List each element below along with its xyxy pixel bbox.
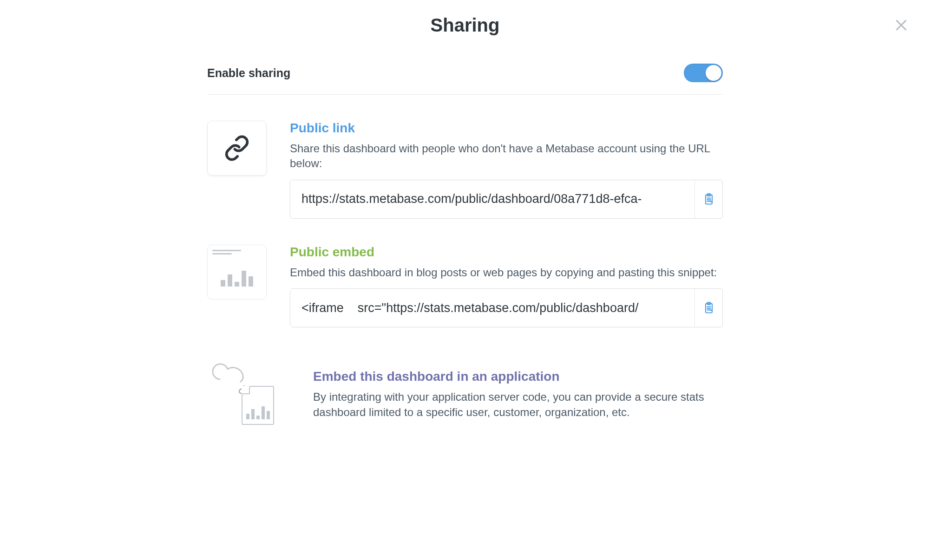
bar-chart-icon — [246, 406, 270, 419]
modal-header: Sharing — [0, 0, 930, 36]
document-icon — [242, 386, 274, 425]
enable-sharing-label: Enable sharing — [207, 66, 290, 80]
bar-chart-icon — [221, 271, 253, 287]
public-embed-icon-card — [207, 245, 267, 300]
modal-title: Sharing — [0, 15, 930, 36]
cloud-icon — [207, 360, 248, 386]
public-link-desc: Share this dashboard with people who don… — [290, 141, 723, 171]
link-icon — [224, 135, 250, 161]
public-embed-title: Public embed — [290, 245, 723, 260]
public-link-icon-card — [207, 121, 267, 176]
clipboard-icon — [702, 301, 715, 314]
clipboard-icon — [702, 193, 715, 206]
public-embed-input[interactable] — [290, 289, 694, 327]
public-embed-copy-button[interactable] — [694, 289, 722, 327]
app-embed-icon — [207, 360, 282, 425]
app-embed-desc: By integrating with your application ser… — [313, 390, 723, 420]
public-embed-section: Public embed Embed this dashboard in blo… — [207, 219, 723, 327]
toggle-knob — [706, 65, 721, 81]
enable-sharing-row: Enable sharing — [207, 64, 723, 95]
public-link-section: Public link Share this dashboard with pe… — [207, 95, 723, 219]
close-button[interactable] — [893, 16, 910, 33]
public-link-title: Public link — [290, 121, 723, 136]
public-embed-input-row — [290, 288, 723, 327]
public-link-input-row — [290, 180, 723, 219]
public-link-input[interactable] — [290, 180, 694, 218]
close-icon — [893, 16, 910, 33]
enable-sharing-toggle[interactable] — [684, 64, 723, 82]
public-link-copy-button[interactable] — [694, 180, 722, 218]
app-embed-section: Embed this dashboard in an application B… — [207, 327, 723, 428]
modal-content: Enable sharing Public link Share this da… — [207, 36, 723, 428]
sharing-modal: Sharing Enable sharing Public link — [0, 0, 930, 560]
text-lines-icon — [212, 250, 241, 256]
public-embed-desc: Embed this dashboard in blog posts or we… — [290, 265, 723, 280]
app-embed-title: Embed this dashboard in an application — [313, 369, 723, 384]
